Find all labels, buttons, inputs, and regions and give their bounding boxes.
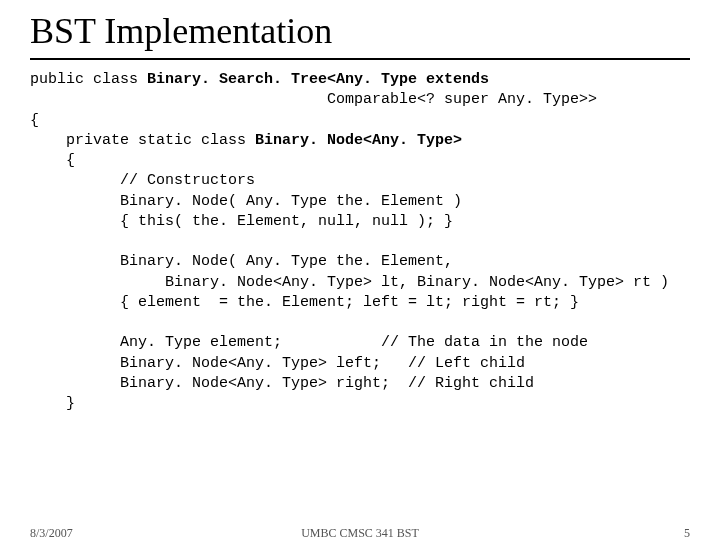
slide-title: BST Implementation: [30, 10, 690, 54]
code-line-3: {: [30, 112, 39, 129]
code-block: public class Binary. Search. Tree<Any. T…: [30, 70, 690, 414]
code-line-11: Binary. Node<Any. Type> lt, Binary. Node…: [30, 274, 669, 291]
code-line-15: Binary. Node<Any. Type> left; // Left ch…: [30, 355, 525, 372]
code-line-14: Any. Type element; // The data in the no…: [30, 334, 588, 351]
code-line-5: {: [30, 152, 75, 169]
code-line-6: // Constructors: [30, 172, 255, 189]
code-line-10: Binary. Node( Any. Type the. Element,: [30, 253, 453, 270]
code-line-7: Binary. Node( Any. Type the. Element ): [30, 193, 462, 210]
code-line-8: { this( the. Element, null, null ); }: [30, 213, 453, 230]
code-line-2: Comparable<? super Any. Type>>: [30, 91, 597, 108]
footer-page: 5: [684, 526, 690, 540]
code-line-1b: Binary. Search. Tree<Any. Type extends: [147, 71, 489, 88]
footer-center: UMBC CMSC 341 BST: [0, 526, 720, 540]
code-line-17: }: [30, 395, 75, 412]
slide: BST Implementation public class Binary. …: [0, 0, 720, 540]
code-line-12: { element = the. Element; left = lt; rig…: [30, 294, 579, 311]
code-line-16: Binary. Node<Any. Type> right; // Right …: [30, 375, 534, 392]
code-line-4b: Binary. Node<Any. Type>: [255, 132, 462, 149]
code-line-1a: public class: [30, 71, 147, 88]
code-line-4a: private static class: [30, 132, 255, 149]
title-underline: [30, 58, 690, 60]
